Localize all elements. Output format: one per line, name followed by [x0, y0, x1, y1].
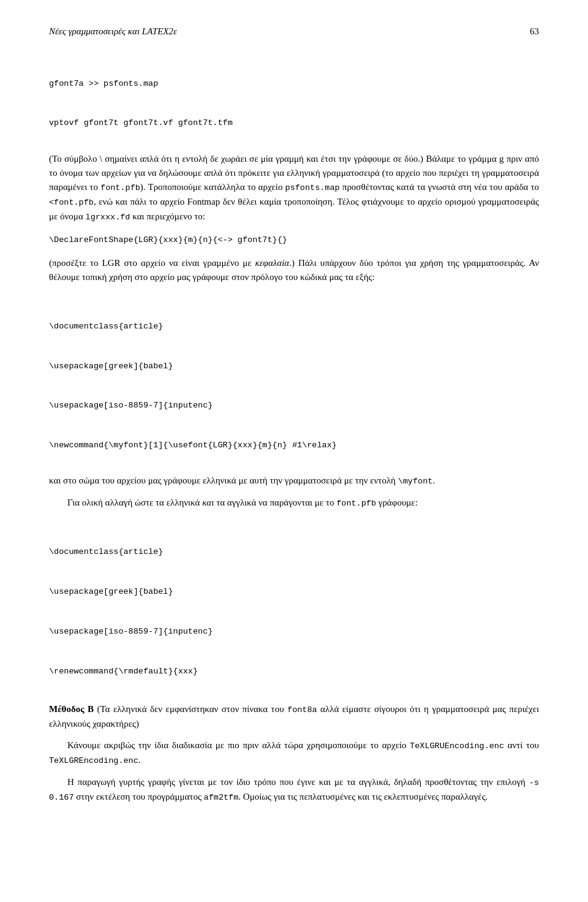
code2-line-1: \documentclass{article} — [49, 545, 539, 559]
paragraph-1: (Το σύμβολο \ σημαίνει απλά ότι η εντολή… — [49, 152, 539, 224]
code-top: gfont7a >> psfonts.map vptovf gfont7t gf… — [49, 51, 539, 143]
code-block-2: \documentclass{article} \usepackage[gree… — [49, 519, 539, 691]
code2-line-3: \usepackage[iso-8859-7]{inputenc} — [49, 625, 539, 639]
paragraph-2: (προσέξτε το LGR στο αρχείο να είναι γρα… — [49, 256, 539, 285]
para4-text: Για ολική αλλαγή ώστε τα ελληνικά και τα… — [67, 498, 418, 507]
code2-line-4: \renewcommand{\rmdefault}{xxx} — [49, 665, 539, 678]
declare-text: \DeclareFontShape{LGR}{xxx}{m}{n}{<-> gf… — [49, 235, 287, 244]
page-header: Νέες γραμματοσειρές και LATEX2ε 63 — [49, 25, 539, 39]
code-line-2: vptovf gfont7t gfont7t.vf gfont7t.tfm — [49, 116, 539, 130]
paragraph-3: και στο σώμα του αρχείου μας γράφουμε ελ… — [49, 474, 539, 488]
method-b-text: (Τα ελληνικά δεν εμφανίστηκαν στον πίνακ… — [49, 704, 539, 729]
method-b-heading: Μέθοδος Β — [49, 704, 94, 714]
code-block-1: \documentclass{article} \usepackage[gree… — [49, 294, 539, 466]
code-line-1: gfont7a >> psfonts.map — [49, 77, 539, 91]
code2-line-2: \usepackage[greek]{babel} — [49, 585, 539, 599]
method-b-section: Μέθοδος Β (Τα ελληνικά δεν εμφανίστηκαν … — [49, 702, 539, 731]
paragraph-6: Η παραγωγή γυρτής γραφής γίνεται με τον … — [49, 775, 539, 805]
para3-text: και στο σώμα του αρχείου μας γράφουμε ελ… — [49, 476, 435, 485]
para6-text: Η παραγωγή γυρτής γραφής γίνεται με τον … — [49, 777, 539, 802]
paragraph-5: Κάνουμε ακριβώς την ίδια διαδικασία με π… — [49, 738, 539, 768]
page-number: 63 — [530, 25, 539, 39]
page-title: Νέες γραμματοσειρές και LATEX2ε — [49, 25, 177, 39]
code1-line-3: \usepackage[iso-8859-7]{inputenc} — [49, 399, 539, 412]
para5-text: Κάνουμε ακριβώς την ίδια διαδικασία με π… — [49, 740, 539, 765]
code1-line-2: \usepackage[greek]{babel} — [49, 360, 539, 373]
declare-font-shape: \DeclareFontShape{LGR}{xxx}{m}{n}{<-> gf… — [49, 234, 539, 246]
code1-line-4: \newcommand{\myfont}[1]{\usefont{LGR}{xx… — [49, 439, 539, 452]
para1-text: (Το σύμβολο \ σημαίνει απλά ότι η εντολή… — [49, 154, 539, 221]
para2-text: (προσέξτε το LGR στο αρχείο να είναι γρα… — [49, 258, 539, 282]
code1-line-1: \documentclass{article} — [49, 320, 539, 333]
paragraph-4: Για ολική αλλαγή ώστε τα ελληνικά και τα… — [49, 496, 539, 510]
